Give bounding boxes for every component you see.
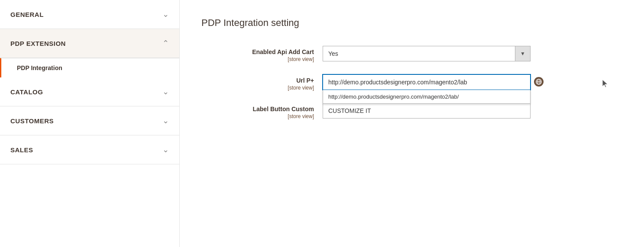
sidebar-item-customers[interactable]: CUSTOMERS ⌄	[0, 106, 179, 135]
form-control-col-enabled: Yes No ▼	[323, 46, 591, 61]
svg-marker-3	[602, 80, 608, 87]
sidebar-item-catalog[interactable]: CATALOG ⌄	[0, 77, 179, 106]
sidebar-item-sales[interactable]: SALES ⌄	[0, 135, 179, 164]
form-row-enabled-api-add-cart: Enabled Api Add Cart [store view] Yes No…	[201, 46, 591, 62]
label-button-custom-label: Label Button Custom	[201, 106, 314, 112]
form-label-col-enabled: Enabled Api Add Cart [store view]	[201, 46, 323, 62]
sidebar-item-catalog-label: CATALOG	[10, 88, 43, 96]
chevron-down-icon-customers: ⌄	[162, 116, 169, 125]
chevron-up-icon: ⌃	[162, 38, 169, 48]
main-content: PDP Integration setting Enabled Api Add …	[180, 0, 644, 247]
url-p-plus-label: Url P+	[201, 77, 314, 84]
label-button-custom-sublabel: [store view]	[201, 113, 314, 119]
autocomplete-option[interactable]: http://demo.productsdesignerpro.com/mage…	[323, 90, 530, 103]
autocomplete-icon	[534, 77, 544, 87]
chevron-down-icon-sales: ⌄	[162, 145, 169, 154]
enabled-api-sublabel: [store view]	[201, 56, 314, 62]
url-input-wrapper: http://demo.productsdesignerpro.com/mage…	[323, 74, 531, 90]
form-label-col-label-btn: Label Button Custom [store view]	[201, 103, 323, 119]
mouse-cursor-icon	[602, 79, 608, 90]
enabled-api-select[interactable]: Yes No	[323, 46, 531, 61]
form-row-label-button-custom: Label Button Custom [store view]	[201, 103, 591, 119]
autocomplete-dropdown[interactable]: http://demo.productsdesignerpro.com/mage…	[323, 90, 531, 104]
sidebar-item-sales-label: SALES	[10, 146, 33, 154]
sidebar-sub-item-pdp-integration[interactable]: PDP Integration	[0, 58, 179, 77]
form-row-url-p-plus: Url P+ [store view]	[201, 74, 591, 91]
sidebar: GENERAL ⌄ PDP EXTENSION ⌃ PDP Integratio…	[0, 0, 180, 247]
sidebar-item-general[interactable]: GENERAL ⌄	[0, 0, 179, 29]
sidebar-item-general-label: GENERAL	[10, 11, 44, 18]
page-title: PDP Integration setting	[201, 17, 622, 29]
url-p-plus-sublabel: [store view]	[201, 85, 314, 91]
chevron-down-icon-catalog: ⌄	[162, 87, 169, 96]
sidebar-item-pdp-extension-label: PDP EXTENSION	[10, 40, 66, 47]
form-control-col-label-btn	[323, 103, 591, 119]
sidebar-sub-item-pdp-integration-label: PDP Integration	[17, 64, 62, 71]
form-label-col-url: Url P+ [store view]	[201, 74, 323, 91]
url-p-plus-input[interactable]	[323, 74, 531, 90]
chevron-down-icon: ⌄	[162, 10, 169, 19]
sidebar-item-pdp-extension[interactable]: PDP EXTENSION ⌃	[0, 29, 179, 58]
label-button-custom-input[interactable]	[323, 103, 531, 119]
enabled-api-label: Enabled Api Add Cart	[201, 48, 314, 55]
sidebar-item-customers-label: CUSTOMERS	[10, 117, 54, 125]
form-section: Enabled Api Add Cart [store view] Yes No…	[201, 46, 591, 119]
enabled-api-select-wrapper[interactable]: Yes No ▼	[323, 46, 531, 61]
form-control-col-url: http://demo.productsdesignerpro.com/mage…	[323, 74, 591, 90]
